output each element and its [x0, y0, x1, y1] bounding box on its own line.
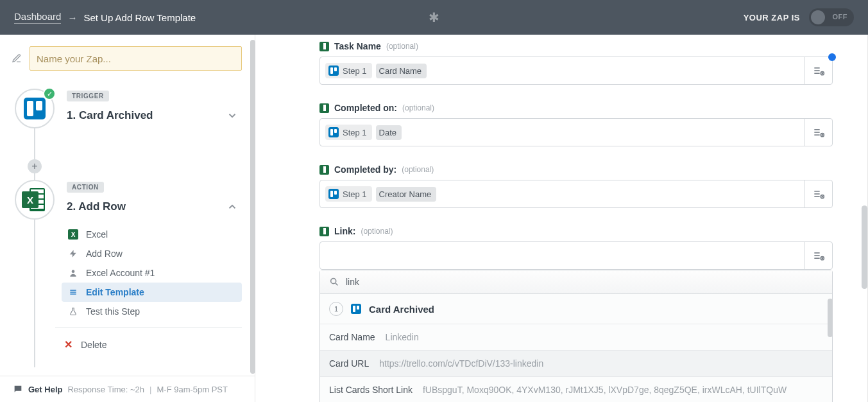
excel-icon [68, 229, 78, 240]
subitem-label: Excel Account #1 [86, 268, 155, 278]
chip-value-label: Card Name [379, 66, 421, 76]
user-icon [68, 268, 78, 277]
breadcrumb-arrow-icon: → [67, 12, 77, 23]
insert-field-button[interactable] [804, 242, 832, 269]
dashboard-link[interactable]: Dashboard [14, 11, 61, 24]
field-input-completed-by[interactable]: Step 1 Creator Name [319, 180, 833, 208]
page-scrollbar[interactable] [862, 205, 867, 289]
optional-label: (optional) [402, 165, 434, 174]
your-zap-is-label: YOUR ZAP IS [744, 13, 800, 22]
field-input-completed-on[interactable]: Step 1 Date [319, 118, 833, 146]
trello-icon [351, 304, 361, 314]
search-icon [329, 277, 339, 287]
dropdown-row-card-url[interactable]: Card URL https://trello.com/c/vTDcfDiV/1… [320, 351, 832, 377]
subitem-action[interactable]: Add Row [62, 244, 242, 263]
step-chip[interactable]: Step 1 [325, 125, 372, 140]
dropdown-row-key: Card URL [329, 358, 369, 369]
svg-line-29 [336, 283, 337, 285]
sidebar: ✓ + TRIGGER 1. Card Archived [0, 35, 255, 402]
svg-point-0 [72, 270, 75, 273]
trello-icon [328, 189, 339, 199]
dropdown-row-short-links[interactable]: List Cards Short Link fUBspguT, Moxq90OK… [320, 377, 832, 402]
excel-field-icon [319, 42, 329, 51]
trigger-app-circle[interactable]: ✓ [15, 89, 55, 128]
field-task-name: Task Name (optional) Step 1 Card Name [319, 41, 833, 85]
step-trigger[interactable]: ✓ + TRIGGER 1. Card Archived [14, 89, 242, 128]
action-title: 2. Add Row [67, 200, 126, 213]
step-chip[interactable]: Step 1 [325, 63, 372, 78]
excel-field-icon [319, 103, 329, 113]
optional-label: (optional) [402, 103, 434, 112]
field-value-dropdown: 1 Card Archived Card Name Linkedin Card … [319, 270, 833, 402]
step-action[interactable]: X ACTION 2. Add Row [14, 180, 242, 353]
insert-field-button[interactable] [804, 119, 832, 146]
optional-label: (optional) [386, 42, 418, 51]
dropdown-row-value: Linkedin [386, 332, 419, 342]
zap-toggle-switch[interactable]: OFF [809, 8, 854, 26]
chevron-down-icon[interactable] [226, 110, 238, 121]
subitem-label: Add Row [86, 249, 123, 259]
value-chip[interactable]: Date [376, 125, 402, 140]
trigger-tag: TRIGGER [67, 91, 109, 101]
excel-icon: X [22, 187, 47, 213]
dropdown-scrollbar[interactable] [828, 299, 833, 402]
check-icon: ✓ [43, 87, 56, 100]
edit-name-icon[interactable] [12, 53, 22, 64]
breadcrumb-current: Set Up Add Row Template [83, 12, 196, 23]
insert-field-button[interactable] [804, 180, 832, 207]
dropdown-row-value: fUBspguT, Moxq90OK, 4YXvM130, rJMt1XJ5, … [423, 385, 787, 395]
trello-icon [24, 98, 46, 119]
add-step-button[interactable]: + [28, 159, 42, 173]
sidebar-scrollbar[interactable] [250, 40, 255, 374]
dropdown-source-header: 1 Card Archived [320, 294, 832, 324]
subitem-edit-template[interactable]: Edit Template [62, 283, 242, 302]
divider [55, 328, 242, 328]
zap-state-area: YOUR ZAP IS OFF [744, 8, 854, 26]
field-link: Link: (optional) [319, 226, 833, 402]
dropdown-row-key: List Cards Short Link [329, 385, 413, 395]
trigger-title: 1. Card Archived [67, 109, 153, 122]
switch-knob [811, 10, 825, 24]
zapier-logo-icon: ✱ [429, 10, 439, 25]
optional-label: (optional) [361, 227, 393, 236]
action-app-circle[interactable]: X [15, 180, 55, 220]
chip-value-label: Creator Name [379, 189, 432, 199]
svg-point-28 [331, 279, 336, 284]
header-bar: Dashboard → Set Up Add Row Template ✱ YO… [0, 0, 868, 35]
sidebar-footer: Get Help Response Time: ~2h | M-F 9am-5p… [0, 376, 255, 402]
switch-state-label: OFF [833, 13, 848, 21]
step-connector-line [34, 220, 35, 367]
value-chip[interactable]: Card Name [376, 64, 427, 78]
notification-dot-icon [828, 53, 836, 61]
trello-icon [328, 127, 339, 137]
chevron-up-icon[interactable] [226, 201, 238, 213]
field-label: Completed on: [334, 103, 397, 113]
chip-step-label: Step 1 [343, 66, 367, 76]
chip-value-label: Date [379, 128, 396, 137]
dropdown-search-input[interactable] [346, 277, 823, 287]
dropdown-step-number: 1 [329, 302, 343, 316]
subitem-app[interactable]: Excel [62, 225, 242, 244]
dropdown-row-card-name[interactable]: Card Name Linkedin [320, 324, 832, 351]
subitem-label: Test this Step [86, 306, 140, 317]
get-help-link[interactable]: Get Help [28, 385, 62, 394]
zap-name-input[interactable] [30, 46, 242, 71]
subitem-test[interactable]: Test this Step [62, 302, 242, 321]
dropdown-row-key: Card Name [329, 332, 375, 342]
excel-field-icon [319, 227, 329, 236]
subitem-account[interactable]: Excel Account #1 [62, 263, 242, 283]
insert-field-button[interactable] [804, 57, 832, 84]
delete-step-button[interactable]: ✕ Delete [62, 336, 242, 353]
chip-step-label: Step 1 [343, 189, 367, 199]
bolt-icon [68, 249, 78, 258]
field-input-task-name[interactable]: Step 1 Card Name [319, 57, 833, 85]
dropdown-source-title: Card Archived [369, 304, 434, 315]
main-panel: Task Name (optional) Step 1 Card Name [255, 35, 868, 402]
step-chip[interactable]: Step 1 [325, 186, 372, 202]
delete-icon: ✕ [63, 338, 73, 351]
delete-label: Delete [81, 340, 106, 350]
field-input-link[interactable] [319, 241, 833, 270]
value-chip[interactable]: Creator Name [376, 187, 437, 202]
response-time-label: Response Time: ~2h [67, 385, 144, 394]
chip-step-label: Step 1 [343, 128, 367, 137]
